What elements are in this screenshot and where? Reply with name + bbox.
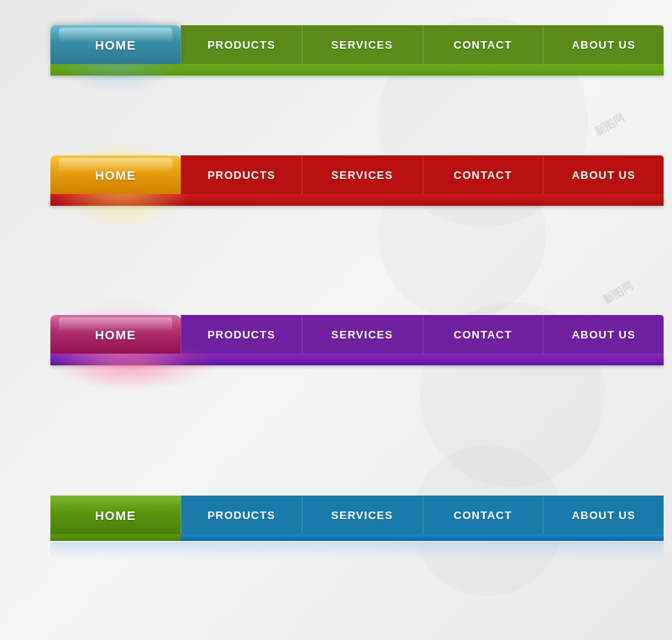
nav-aboutus-teal[interactable]: ABOUT US — [543, 496, 664, 534]
nav-contact-purple[interactable]: CONTACT — [423, 315, 543, 354]
nav-products-purple[interactable]: PRODUCTS — [181, 315, 302, 354]
navbars-container: HOME PRODUCTS SERVICES CONTACT ABOUT US — [0, 0, 672, 640]
nav-services-teal[interactable]: SERVICES — [302, 496, 423, 534]
home-button-teal[interactable]: HOME — [50, 496, 181, 534]
nav-items-teal: PRODUCTS SERVICES CONTACT ABOUT US — [181, 496, 664, 534]
nav-aboutus-purple[interactable]: ABOUT US — [543, 315, 664, 354]
home-button-purple[interactable]: HOME — [50, 315, 181, 354]
nav-services-purple[interactable]: SERVICES — [302, 315, 423, 354]
nav-stripe-teal-wrapper — [50, 534, 664, 541]
nav-products-teal[interactable]: PRODUCTS — [181, 496, 302, 534]
home-button-green[interactable]: HOME — [50, 25, 181, 64]
nav-bar-teal: HOME PRODUCTS SERVICES CONTACT ABOUT US — [50, 496, 664, 534]
nav-section-red: HOME PRODUCTS SERVICES CONTACT ABOUT US — [50, 155, 664, 206]
nav-bar-red: HOME PRODUCTS SERVICES CONTACT ABOUT US — [50, 155, 664, 194]
nav-bar-green: HOME PRODUCTS SERVICES CONTACT ABOUT US — [50, 25, 664, 64]
home-label-green: HOME — [95, 38, 136, 52]
nav-stripe-teal-home — [50, 534, 181, 541]
nav-contact-teal[interactable]: CONTACT — [423, 496, 543, 534]
home-label-purple: HOME — [95, 328, 136, 342]
nav-stripe-teal-items — [181, 534, 664, 541]
nav-section-purple: HOME PRODUCTS SERVICES CONTACT ABOUT US — [50, 315, 664, 365]
nav-services-red[interactable]: SERVICES — [302, 155, 423, 194]
nav-aboutus-green[interactable]: ABOUT US — [543, 25, 664, 64]
nav-services-green[interactable]: SERVICES — [302, 25, 423, 64]
nav-contact-red[interactable]: CONTACT — [423, 155, 543, 194]
nav-items-green: PRODUCTS SERVICES CONTACT ABOUT US — [181, 25, 664, 64]
nav-aboutus-red[interactable]: ABOUT US — [543, 155, 664, 194]
nav-reflection-teal — [50, 542, 664, 559]
nav-section-green: HOME PRODUCTS SERVICES CONTACT ABOUT US — [50, 25, 664, 76]
nav-products-green[interactable]: PRODUCTS — [181, 25, 302, 64]
nav-items-red: PRODUCTS SERVICES CONTACT ABOUT US — [181, 155, 664, 194]
nav-bar-purple: HOME PRODUCTS SERVICES CONTACT ABOUT US — [50, 315, 664, 354]
nav-products-red[interactable]: PRODUCTS — [181, 155, 302, 194]
nav-items-purple: PRODUCTS SERVICES CONTACT ABOUT US — [181, 315, 664, 354]
home-button-red[interactable]: HOME — [50, 155, 181, 194]
home-label-red: HOME — [95, 168, 136, 182]
nav-section-teal: HOME PRODUCTS SERVICES CONTACT ABOUT US — [50, 496, 664, 559]
nav-contact-green[interactable]: CONTACT — [423, 25, 543, 64]
home-label-teal: HOME — [95, 508, 136, 522]
